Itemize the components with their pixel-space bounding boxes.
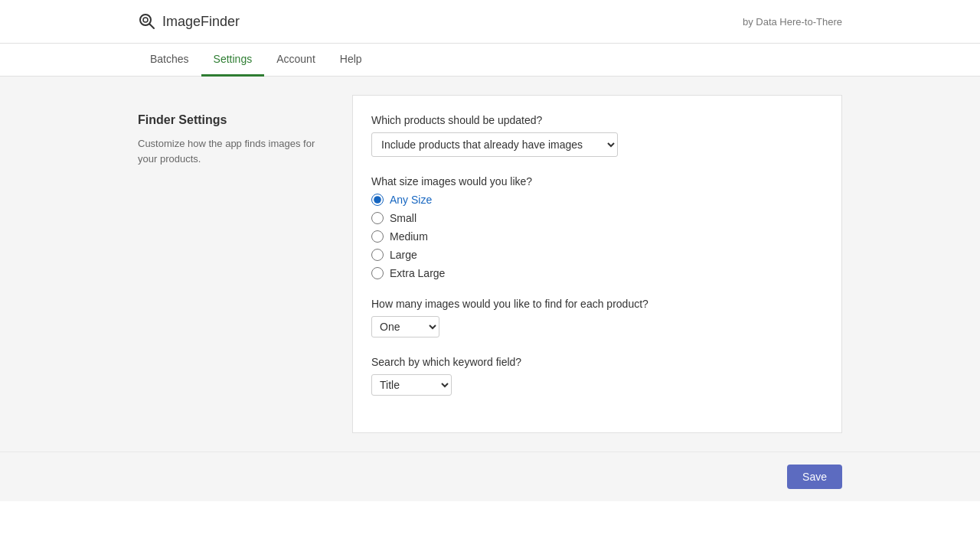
products-label: Which products should be updated? — [371, 114, 823, 126]
tab-help[interactable]: Help — [328, 44, 374, 77]
products-section: Which products should be updated? Includ… — [371, 114, 823, 157]
tab-batches[interactable]: Batches — [138, 44, 201, 77]
radio-input-medium[interactable] — [371, 230, 384, 243]
keyword-field-select[interactable]: Title SKU Barcode — [371, 374, 452, 396]
radio-label-small: Small — [390, 212, 416, 224]
svg-point-1 — [143, 18, 148, 22]
radio-input-extra-large[interactable] — [371, 267, 384, 279]
footer-bar: Save — [0, 452, 980, 501]
images-per-product-select[interactable]: One Two Three Four Five — [371, 316, 439, 337]
logo-icon — [138, 12, 156, 31]
image-size-section: What size images would you like? Any Siz… — [371, 175, 823, 279]
sidebar-title: Finder Settings — [138, 113, 334, 127]
settings-panel: Which products should be updated? Includ… — [352, 95, 842, 433]
images-per-product-section: How many images would you like to find f… — [371, 298, 823, 337]
radio-label-medium: Medium — [390, 230, 428, 243]
radio-any-size[interactable]: Any Size — [371, 194, 823, 206]
svg-line-2 — [150, 24, 155, 29]
navigation: Batches Settings Account Help — [0, 44, 980, 77]
keyword-field-section: Search by which keyword field? Title SKU… — [371, 356, 823, 396]
tab-account[interactable]: Account — [264, 44, 328, 77]
radio-input-large[interactable] — [371, 249, 384, 261]
radio-label-extra-large: Extra Large — [390, 267, 445, 279]
logo-area: ImageFinder — [138, 12, 240, 31]
sidebar-description: Customize how the app finds images for y… — [138, 136, 334, 166]
radio-input-any-size[interactable] — [371, 194, 384, 206]
app-title: ImageFinder — [162, 14, 240, 30]
header-byline: by Data Here-to-There — [743, 16, 842, 28]
page-content: Finder Settings Customize how the app fi… — [0, 77, 980, 452]
settings-sidebar: Finder Settings Customize how the app fi… — [138, 95, 352, 433]
settings-layout: Finder Settings Customize how the app fi… — [138, 95, 842, 433]
radio-label-any-size: Any Size — [390, 194, 432, 206]
images-per-product-label: How many images would you like to find f… — [371, 298, 823, 310]
products-select[interactable]: Include products that already have image… — [371, 132, 618, 157]
header: ImageFinder by Data Here-to-There — [0, 0, 980, 44]
save-button[interactable]: Save — [787, 465, 842, 489]
image-size-label: What size images would you like? — [371, 175, 823, 187]
radio-large[interactable]: Large — [371, 249, 823, 261]
keyword-field-label: Search by which keyword field? — [371, 356, 823, 368]
radio-label-large: Large — [390, 249, 417, 261]
image-size-radio-group: Any Size Small Medium Large — [371, 194, 823, 279]
radio-medium[interactable]: Medium — [371, 230, 823, 243]
radio-small[interactable]: Small — [371, 212, 823, 224]
radio-input-small[interactable] — [371, 212, 384, 224]
tab-settings[interactable]: Settings — [201, 44, 265, 77]
radio-extra-large[interactable]: Extra Large — [371, 267, 823, 279]
